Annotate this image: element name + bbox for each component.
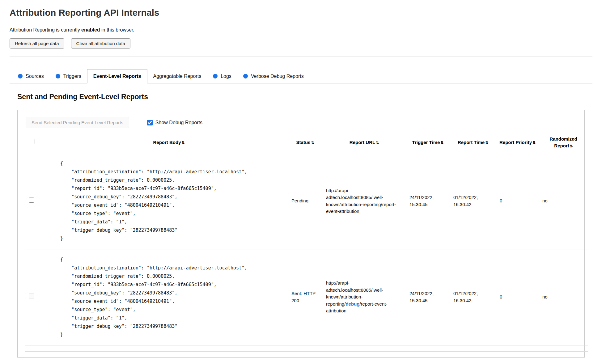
trigger-time-cell: 24/11/2022, 15:30:45	[406, 153, 450, 249]
sort-icon: ⇅	[532, 141, 535, 145]
tab-sources[interactable]: Sources	[12, 69, 50, 83]
send-selected-button[interactable]: Send Selected Pending Event-Level Report…	[26, 117, 129, 128]
tab-label: Sources	[26, 74, 44, 79]
show-debug-toggle[interactable]: Show Debug Reports	[147, 120, 202, 125]
report-time-cell: 01/12/2022, 16:30:42	[450, 153, 496, 249]
sort-icon: ⇅	[570, 144, 573, 148]
header-report-time[interactable]: Report Time⇅	[450, 133, 496, 153]
tab-aggregatable-reports[interactable]: Aggregatable Reports	[147, 69, 207, 83]
report-body-cell: { "attribution_destination": "http://ara…	[50, 153, 288, 249]
table-header-row: Report Body⇅ Status⇅ Report URL⇅ Trigger…	[25, 133, 588, 153]
divider	[10, 57, 592, 57]
tab-label: Triggers	[63, 74, 81, 79]
top-toolbar: Refresh all page data Clear all attribut…	[10, 38, 592, 49]
header-report-priority[interactable]: Report Priority⇅	[496, 133, 539, 153]
status-suffix: in this browser.	[100, 27, 134, 32]
reports-panel: Send Selected Pending Event-Level Report…	[17, 110, 585, 358]
header-trigger-time[interactable]: Trigger Time⇅	[406, 133, 450, 153]
tab-label: Event-Level Reports	[93, 74, 141, 79]
status-cell: Sent: HTTP 200	[288, 249, 322, 345]
report-body-json: { "attribution_destination": "http://ara…	[60, 159, 284, 243]
refresh-all-button[interactable]: Refresh all page data	[10, 38, 64, 49]
report-body-cell: { "attribution_destination": "http://ara…	[50, 249, 288, 345]
status-prefix: Attribution Reporting is currently	[10, 27, 81, 32]
header-status[interactable]: Status⇅	[288, 133, 322, 153]
select-all-header	[25, 133, 50, 153]
panel-toolbar: Send Selected Pending Event-Level Report…	[26, 117, 577, 128]
status-text: Attribution Reporting is currently enabl…	[10, 27, 592, 33]
tab-triggers[interactable]: Triggers	[50, 69, 87, 83]
randomized-report-cell: no	[539, 249, 588, 345]
status-enabled: enabled	[81, 27, 100, 32]
header-report-body[interactable]: Report Body⇅	[50, 133, 288, 153]
row-checkbox-cell	[25, 153, 50, 249]
new-data-dot-icon	[243, 74, 248, 78]
sort-icon: ⇅	[181, 141, 184, 145]
report-priority-cell: 0	[496, 153, 539, 249]
trigger-time-cell: 24/11/2022, 15:30:45	[406, 249, 450, 345]
attribution-internals-page: Attribution Reporting API Internals Attr…	[0, 0, 602, 358]
sort-icon: ⇅	[311, 141, 314, 145]
section-title: Sent and Pending Event-Level Reports	[17, 93, 592, 101]
tab-label: Aggregatable Reports	[153, 74, 201, 79]
table-row: { "attribution_destination": "http://ara…	[25, 249, 588, 345]
reports-table: Report Body⇅ Status⇅ Report URL⇅ Trigger…	[25, 133, 588, 352]
tab-label: Verbose Debug Reports	[251, 74, 304, 79]
sort-icon: ⇅	[485, 141, 488, 145]
tab-logs[interactable]: Logs	[207, 69, 237, 83]
tab-strip: Sources Triggers Event-Level Reports Agg…	[10, 69, 592, 83]
tab-event-level-reports[interactable]: Event-Level Reports	[87, 69, 147, 83]
row-checkbox	[29, 293, 34, 299]
show-debug-label: Show Debug Reports	[155, 120, 202, 125]
new-data-dot-icon	[56, 74, 60, 78]
report-url-cell: http://arapi-adtech.localhost:8085/.well…	[322, 153, 406, 249]
new-data-dot-icon	[18, 74, 23, 78]
row-checkbox-cell	[25, 249, 50, 345]
table-row: { "attribution_destination": "http://ara…	[25, 153, 588, 249]
report-priority-cell: 0	[496, 249, 539, 345]
sort-icon: ⇅	[440, 141, 443, 145]
report-body-json: { "attribution_destination": "http://ara…	[60, 256, 284, 339]
header-report-url[interactable]: Report URL⇅	[322, 133, 406, 153]
report-time-cell: 01/12/2022, 16:30:42	[450, 249, 496, 345]
status-cell: Pending	[288, 153, 322, 249]
show-debug-checkbox[interactable]	[147, 120, 153, 125]
tab-label: Logs	[221, 74, 231, 79]
new-data-dot-icon	[213, 74, 218, 78]
randomized-report-cell: no	[539, 153, 588, 249]
tab-verbose-debug-reports[interactable]: Verbose Debug Reports	[237, 69, 310, 83]
page-title: Attribution Reporting API Internals	[10, 8, 592, 18]
header-randomized-report[interactable]: Randomized Report⇅	[539, 133, 588, 153]
clear-all-button[interactable]: Clear all attribution data	[71, 38, 130, 49]
sort-icon: ⇅	[376, 141, 379, 145]
debug-link[interactable]: debug	[346, 301, 359, 307]
select-all-checkbox[interactable]	[35, 139, 40, 144]
report-url-cell: http://arapi-adtech.localhost:8085/.well…	[322, 249, 406, 345]
table-footer-spacer	[25, 345, 588, 351]
row-checkbox[interactable]	[29, 197, 34, 203]
